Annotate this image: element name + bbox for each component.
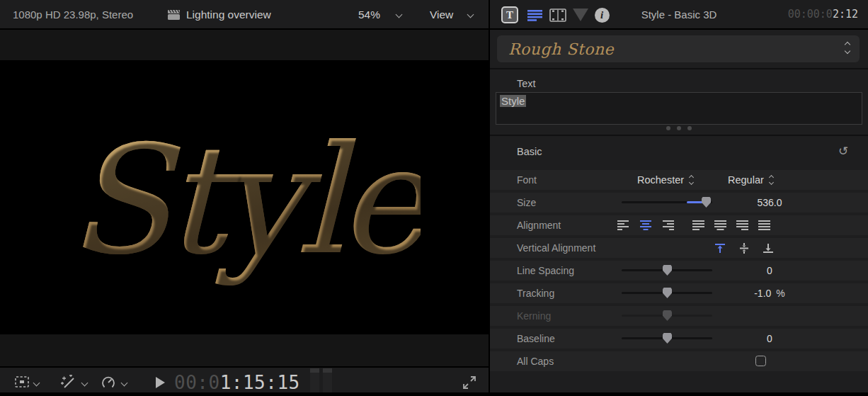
font-row: Font Rochester Regular — [490, 170, 868, 190]
zoom-level-button[interactable]: 54% — [358, 0, 380, 29]
baseline-value[interactable]: 0 — [731, 329, 809, 349]
line-spacing-row: Line Spacing 0 — [490, 261, 868, 281]
resize-handle-dots[interactable] — [490, 126, 868, 130]
audio-meter-right[interactable] — [323, 368, 332, 395]
font-family-dropdown[interactable]: Rochester — [637, 170, 693, 190]
divider — [490, 68, 868, 69]
viewer-pane: 1080p HD 23.98p, Stereo Lighting overvie… — [0, 0, 489, 396]
size-slider[interactable] — [622, 201, 712, 204]
size-value[interactable]: 536.0 — [731, 193, 809, 213]
inspector-header: T i — [490, 0, 868, 30]
timecode-dim-part: 00:0 — [174, 372, 220, 393]
justify-center-icon — [714, 220, 727, 230]
justify-left-button[interactable] — [691, 220, 706, 231]
align-center-button[interactable] — [638, 220, 653, 231]
zoom-chevron-down-icon[interactable] — [396, 11, 403, 18]
format-info: 1080p HD 23.98p, Stereo — [13, 0, 133, 29]
inspector-timecode: 00:00:02:12 — [788, 0, 858, 29]
inspector-timecode-dim: 00:00:0 — [788, 8, 833, 21]
clapperboard-icon — [167, 9, 181, 21]
valign-middle-button[interactable] — [736, 242, 751, 254]
vertical-alignment-label: Vertical Alignment — [517, 238, 595, 258]
align-left-button[interactable] — [616, 220, 631, 231]
align-right-button[interactable] — [660, 220, 675, 231]
text-section-label: Text — [517, 78, 536, 89]
valign-middle-icon — [738, 243, 750, 254]
justify-right-button[interactable] — [735, 220, 750, 231]
valign-bottom-icon — [762, 243, 775, 254]
line-spacing-slider[interactable] — [622, 269, 712, 272]
title-text-3d[interactable]: Style — [68, 113, 421, 288]
all-caps-row: All Caps — [490, 351, 868, 371]
alignment-label: Alignment — [517, 215, 561, 235]
tracking-value: -1.0 — [754, 288, 771, 299]
retime-chevron-down-icon[interactable] — [121, 380, 128, 387]
transform-tool-icon[interactable] — [14, 375, 30, 388]
text-entry-field[interactable]: Style — [496, 92, 862, 125]
retime-gauge-icon[interactable] — [101, 375, 116, 390]
font-label: Font — [517, 170, 537, 190]
project-name: Lighting overview — [186, 0, 271, 29]
inspector-timecode-bright: 2:12 — [833, 8, 858, 21]
align-center-icon — [639, 220, 652, 230]
viewer-transport-bar: 00:01:15:15 — [0, 366, 489, 396]
alignment-row: Alignment — [490, 215, 868, 235]
enhancements-chevron-down-icon[interactable] — [81, 380, 88, 387]
justify-center-button[interactable] — [713, 220, 728, 231]
size-label: Size — [517, 193, 536, 213]
tracking-slider[interactable] — [622, 292, 712, 295]
align-right-icon — [661, 220, 674, 230]
font-face-value: Regular — [728, 170, 764, 190]
justify-left-icon — [692, 220, 705, 230]
valign-top-button[interactable] — [712, 242, 727, 254]
tracking-value-wrap[interactable]: -1.0% — [731, 283, 809, 303]
font-face-dropdown[interactable]: Regular — [728, 170, 773, 190]
valign-bottom-button[interactable] — [760, 242, 775, 254]
baseline-row: Baseline 0 — [490, 329, 868, 349]
size-row: Size 536.0 — [490, 193, 868, 213]
audio-meter-left[interactable] — [310, 368, 319, 395]
timecode-bright-part: 1:15:15 — [220, 372, 300, 393]
inspector-panel: T i — [489, 0, 868, 396]
vertical-alignment-row: Vertical Alignment — [490, 238, 868, 258]
font-family-updown-icon — [690, 176, 693, 184]
all-caps-checkbox[interactable] — [755, 356, 766, 366]
justify-right-icon — [736, 220, 749, 230]
preset-updown-chevron-icon — [845, 43, 850, 53]
basic-section-header: Basic ↺ — [490, 136, 868, 169]
tracking-label: Tracking — [517, 283, 554, 303]
tracking-row: Tracking -1.0% — [490, 283, 868, 303]
kerning-label: Kerning — [517, 306, 551, 326]
app-window: 1080p HD 23.98p, Stereo Lighting overvie… — [0, 0, 868, 396]
justify-all-button[interactable] — [757, 220, 772, 231]
reset-icon[interactable]: ↺ — [838, 136, 848, 167]
align-left-icon — [617, 220, 630, 230]
justify-all-icon — [758, 220, 771, 230]
preset-dropdown[interactable]: Rough Stone — [497, 35, 860, 62]
viewer-canvas[interactable]: Style — [0, 60, 489, 334]
baseline-label: Baseline — [517, 329, 555, 349]
font-face-updown-icon — [770, 176, 773, 184]
view-chevron-down-icon[interactable] — [467, 11, 474, 18]
font-family-value: Rochester — [637, 170, 684, 190]
transform-chevron-down-icon[interactable] — [33, 380, 40, 387]
view-menu-button[interactable]: View — [430, 0, 453, 29]
enhancements-wand-icon[interactable] — [59, 375, 78, 390]
selected-text[interactable]: Style — [500, 95, 526, 107]
kerning-row: Kerning — [490, 306, 868, 326]
line-spacing-value[interactable]: 0 — [731, 261, 809, 281]
all-caps-label: All Caps — [517, 351, 554, 371]
valign-top-icon — [714, 243, 726, 254]
playhead-timecode[interactable]: 00:01:15:15 — [174, 372, 300, 393]
viewer-toolbar: 1080p HD 23.98p, Stereo Lighting overvie… — [0, 0, 489, 30]
play-button[interactable] — [156, 377, 165, 388]
baseline-slider[interactable] — [622, 337, 712, 340]
tracking-unit: % — [776, 288, 784, 299]
basic-section-title: Basic — [517, 136, 542, 167]
line-spacing-label: Line Spacing — [517, 261, 574, 281]
preset-value: Rough Stone — [508, 37, 614, 62]
kerning-slider — [622, 315, 712, 317]
fullscreen-expand-icon[interactable] — [462, 375, 477, 390]
